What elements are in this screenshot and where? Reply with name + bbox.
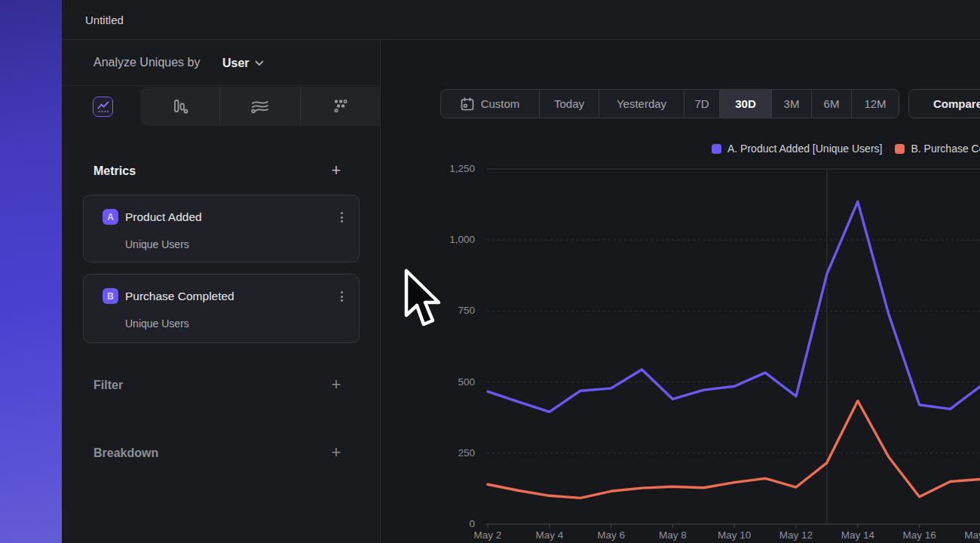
range-yesterday-button[interactable]: Yesterday [599, 90, 684, 118]
app-window: Untitled Analyze Uniques by User [62, 0, 980, 543]
x-tick-label: May 2 [456, 529, 519, 541]
metric-card-product-added[interactable]: A Product Added Unique Users [83, 195, 360, 262]
chart-type-tabs [62, 86, 380, 126]
range-label: 6M [824, 97, 840, 110]
metric-options-button[interactable] [333, 209, 350, 225]
legend-swatch-a [712, 144, 721, 154]
y-tick-label: 750 [422, 305, 475, 316]
range-7d-button[interactable]: 7D [684, 90, 720, 118]
metric-subtitle: Unique Users [125, 318, 189, 330]
filter-section-header: Filter + [62, 379, 380, 397]
x-tick-label: May 8 [641, 529, 704, 541]
y-tick-label: 0 [422, 518, 475, 529]
x-tick-label: May 12 [764, 529, 828, 541]
x-tick-label: May 10 [703, 529, 766, 541]
metric-title: Product Added [125, 210, 202, 224]
bar-chart-icon [171, 97, 189, 115]
range-label: 7D [694, 97, 709, 110]
filter-header-label: Filter [93, 379, 123, 392]
chevron-down-icon [255, 60, 264, 66]
y-tick-label: 1,000 [422, 234, 475, 245]
tab-line-chart[interactable] [93, 97, 113, 117]
x-tick-label: May 14 [826, 529, 890, 541]
breakdown-section-header: Breakdown + [62, 446, 380, 465]
range-6m-button[interactable]: 6M [812, 90, 852, 118]
x-tick-label: May 6 [580, 529, 643, 541]
range-label: Today [554, 97, 584, 110]
metric-subtitle: Unique Users [125, 238, 189, 250]
x-tick-label: May 16 [888, 529, 951, 541]
range-today-button[interactable]: Today [540, 90, 599, 118]
metrics-header-label: Metrics [93, 164, 136, 178]
line-chart-icon [97, 101, 109, 113]
compare-button[interactable]: Compare [908, 89, 980, 118]
legend-swatch-b [895, 144, 905, 154]
chart-legend: A. Product Added [Unique Users] B. Purch… [712, 143, 980, 155]
y-tick-label: 1,250 [422, 163, 475, 174]
date-range-group: Custom Today Yesterday 7D 30D 3M 6M 12M [440, 89, 899, 118]
dots-grid-icon [331, 97, 349, 115]
analyze-by-row: Analyze Uniques by User [62, 40, 380, 86]
metrics-section-header: Metrics + [62, 164, 380, 183]
legend-item-a: A. Product Added [Unique Users] [712, 143, 882, 155]
analyze-by-label: Analyze Uniques by [93, 56, 200, 69]
metric-options-button[interactable] [333, 288, 350, 305]
tab-bar-chart[interactable] [140, 87, 219, 126]
chart-type-tab-panel [140, 87, 380, 126]
tab-flow-chart[interactable] [220, 87, 299, 126]
range-label: Custom [481, 97, 520, 110]
add-metric-button[interactable]: + [327, 161, 345, 179]
range-label: 30D [735, 97, 756, 110]
calendar-icon [461, 97, 474, 111]
range-label: 12M [864, 97, 886, 110]
range-custom-button[interactable]: Custom [441, 90, 540, 118]
desktop-background [0, 0, 62, 543]
metric-title: Purchase Completed [125, 290, 234, 303]
flow-chart-icon [250, 97, 270, 115]
breakdown-header-label: Breakdown [93, 446, 158, 460]
titlebar: Untitled [62, 0, 980, 40]
range-30d-button[interactable]: 30D [720, 90, 772, 118]
add-breakdown-button[interactable]: + [327, 443, 345, 462]
legend-label-a: A. Product Added [Unique Users] [727, 143, 882, 155]
add-filter-button[interactable]: + [327, 376, 345, 394]
legend-label-b: B. Purchase Completed [Unique Users] [911, 143, 980, 155]
x-tick-label: May 4 [518, 529, 581, 541]
y-tick-label: 500 [422, 376, 475, 388]
range-label: 3M [784, 97, 800, 110]
analyze-by-value: User [222, 57, 250, 70]
legend-item-b: B. Purchase Completed [Unique Users] [895, 143, 980, 155]
sidebar: Analyze Uniques by User [62, 40, 381, 543]
range-label: Yesterday [617, 97, 666, 110]
metric-card-purchase-completed[interactable]: B Purchase Completed Unique Users [83, 274, 360, 343]
x-tick-label: May 18 [949, 529, 980, 541]
metric-badge-b: B [103, 288, 118, 304]
range-3m-button[interactable]: 3M [772, 90, 812, 118]
analyze-by-dropdown[interactable]: User [222, 51, 264, 75]
range-12m-button[interactable]: 12M [852, 90, 899, 118]
y-tick-label: 250 [422, 447, 475, 459]
metric-badge-a: A [103, 209, 118, 225]
tab-dots-grid[interactable] [301, 87, 380, 126]
page-title: Untitled [85, 14, 124, 26]
